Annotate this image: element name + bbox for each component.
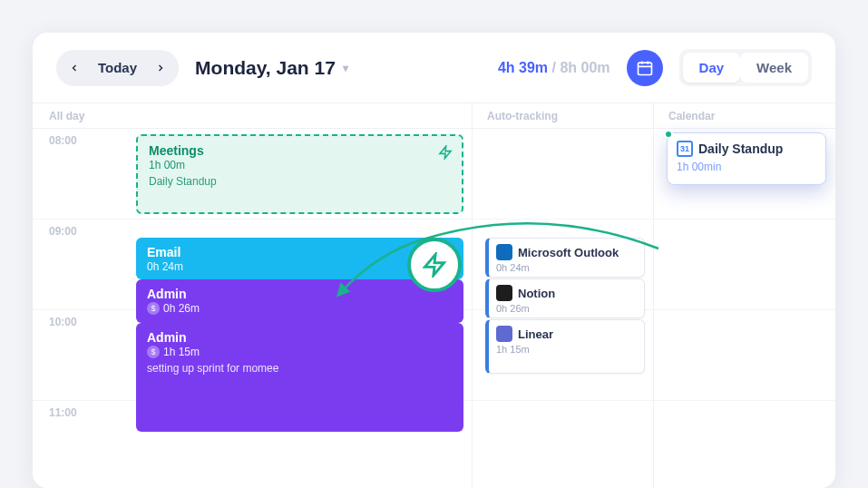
- event-title: Meetings: [149, 143, 451, 158]
- hour-rows: 08:00 09:00 10:00 11:00 Meetings 1h 00m …: [33, 129, 835, 488]
- date-title[interactable]: Monday, Jan 17 ▾: [195, 57, 348, 79]
- event-title: Admin: [147, 287, 453, 301]
- week-tab[interactable]: Week: [740, 53, 808, 83]
- auto-duration: 1h 15m: [496, 344, 637, 355]
- billable-icon: $: [147, 302, 160, 315]
- auto-duration: 0h 24m: [496, 262, 637, 273]
- event-title: Admin: [147, 330, 453, 345]
- linear-icon: [496, 326, 512, 342]
- calendar-grid: All day Auto-tracking Calendar 08:00 09:…: [33, 102, 835, 488]
- calendar-event-duration: 1h 00min: [677, 161, 816, 173]
- calendar-label: Calendar: [654, 103, 835, 128]
- date-nav: Today: [56, 50, 179, 86]
- prev-button[interactable]: [60, 54, 89, 83]
- bolt-badge: [407, 238, 462, 292]
- date-text: Monday, Jan 17: [195, 57, 336, 79]
- calendar-icon-button[interactable]: [627, 50, 663, 86]
- hour-label: 10:00: [33, 310, 123, 400]
- tracked-time: 4h 39m: [498, 60, 548, 75]
- app-window: Today Monday, Jan 17 ▾ 4h 39m / 8h 00m D…: [33, 33, 835, 488]
- calendar-event-card[interactable]: 31 Daily Standup 1h 00min: [667, 132, 826, 185]
- sync-dot-icon: [664, 130, 673, 139]
- event-duration: 1h 00m: [149, 159, 451, 171]
- notion-icon: [496, 285, 512, 301]
- allday-label: All day: [33, 103, 123, 128]
- svg-marker-4: [440, 146, 451, 158]
- hour-label: 11:00: [33, 401, 123, 488]
- caret-down-icon: ▾: [343, 62, 348, 74]
- total-time: 8h 00m: [560, 60, 610, 75]
- column-headers: All day Auto-tracking Calendar: [33, 103, 835, 129]
- day-tab[interactable]: Day: [683, 53, 741, 83]
- outlook-icon: [496, 244, 512, 260]
- auto-card-outlook[interactable]: Microsoft Outlook 0h 24m: [485, 238, 645, 278]
- bolt-icon: [438, 145, 453, 163]
- billable-icon: $: [147, 346, 160, 358]
- svg-marker-5: [424, 254, 444, 275]
- event-meetings[interactable]: Meetings 1h 00m Daily Standup: [136, 134, 463, 214]
- event-admin-1[interactable]: Admin $0h 26m: [136, 279, 463, 323]
- next-button[interactable]: [146, 54, 175, 83]
- google-calendar-icon: 31: [677, 141, 693, 157]
- auto-tracking-label: Auto-tracking: [473, 103, 654, 128]
- event-note: Daily Standup: [149, 175, 451, 188]
- hour-label: 08:00: [33, 129, 123, 219]
- event-note: setting up sprint for momee: [147, 362, 453, 375]
- today-button[interactable]: Today: [89, 60, 146, 75]
- hour-label: 09:00: [33, 220, 123, 309]
- auto-duration: 0h 26m: [496, 303, 637, 314]
- event-duration: $0h 26m: [147, 302, 453, 315]
- svg-rect-0: [638, 63, 651, 74]
- event-duration: $1h 15m: [147, 346, 453, 358]
- view-segment: Day Week: [679, 49, 812, 86]
- calendar-event-title: Daily Standup: [698, 142, 783, 156]
- header-toolbar: Today Monday, Jan 17 ▾ 4h 39m / 8h 00m D…: [33, 33, 835, 102]
- event-admin-2[interactable]: Admin $1h 15m setting up sprint for mome…: [136, 323, 463, 432]
- time-totals: 4h 39m / 8h 00m: [498, 60, 610, 76]
- auto-card-linear[interactable]: Linear 1h 15m: [485, 319, 645, 374]
- auto-card-notion[interactable]: Notion 0h 26m: [485, 278, 645, 318]
